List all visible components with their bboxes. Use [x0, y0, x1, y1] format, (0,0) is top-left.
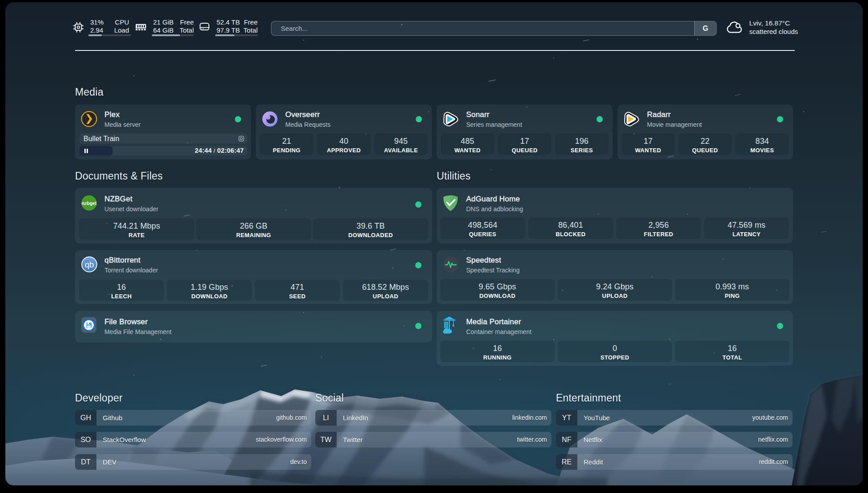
svg-text:nzbget: nzbget [82, 201, 97, 206]
svg-text:qb: qb [85, 260, 94, 269]
